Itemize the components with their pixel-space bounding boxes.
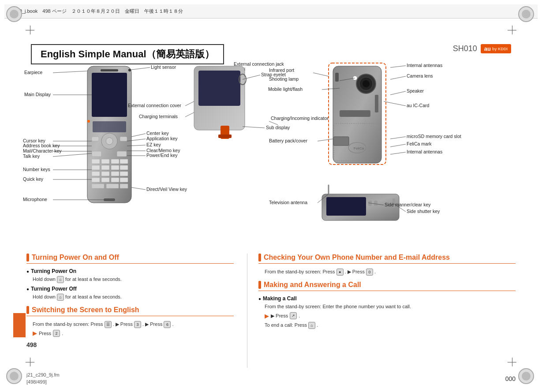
arrow-498: ▶: [33, 329, 37, 338]
svg-rect-23: [92, 178, 100, 182]
svg-text:Earpiece: Earpiece: [24, 70, 43, 75]
svg-text:Internal antennas: Internal antennas: [407, 149, 442, 154]
left-section: Turning Power On and Off Turning Power O…: [26, 254, 234, 368]
svg-rect-26: [120, 178, 128, 182]
corner-decoration-br: [518, 368, 536, 386]
svg-text:Address book key: Address book key: [23, 143, 60, 148]
svg-text:Power/End key: Power/End key: [146, 153, 178, 158]
svg-line-114: [318, 139, 333, 141]
crosshair-tl: [26, 26, 34, 34]
phone-back: FeliCa: [329, 63, 386, 164]
header-text: c290_j.book 498 ページ ２０１０年８月２０日 金曜日 午後１１時…: [11, 8, 183, 15]
svg-line-100: [390, 66, 406, 67]
right-section: Checking Your Own Phone Number and E-mai…: [247, 254, 516, 368]
main-title: English Simple Manual（簡易英語版）: [41, 49, 214, 60]
svg-rect-7: [92, 137, 99, 141]
phone-front: [87, 66, 131, 203]
making-call-label: Making and Answering a Call: [264, 281, 361, 289]
svg-rect-27: [92, 184, 104, 188]
svg-text:Main Display: Main Display: [24, 92, 51, 97]
by-kddi-text: by KDDI: [492, 47, 508, 51]
svg-text:Side shutter key: Side shutter key: [407, 209, 440, 214]
svg-line-98: [243, 127, 265, 128]
svg-text:Speaker: Speaker: [407, 88, 424, 93]
svg-line-116: [390, 137, 406, 139]
svg-line-106: [384, 101, 406, 106]
phone-diagram: FeliCa Earpiece Light sensor Main Displa…: [22, 60, 520, 254]
svg-rect-14: [120, 159, 128, 164]
svg-rect-28: [106, 184, 119, 188]
svg-rect-11: [92, 159, 100, 164]
content-area: Turning Power On and Off Turning Power O…: [26, 254, 516, 368]
svg-text:au IC-Card: au IC-Card: [407, 103, 430, 108]
svg-rect-43: [335, 73, 339, 82]
svg-rect-25: [111, 178, 119, 182]
svg-line-58: [128, 67, 150, 70]
footer-page-number: 000: [505, 375, 516, 382]
svg-rect-21: [111, 172, 119, 176]
making-call-title: Making and Answering a Call: [258, 281, 516, 291]
svg-text:Internal antennas: Internal antennas: [407, 63, 442, 68]
corner-circle-bl: [6, 368, 22, 384]
svg-rect-9: [92, 151, 101, 157]
call-key-icon: ↗: [290, 312, 297, 319]
svg-rect-22: [120, 172, 128, 176]
svg-text:Shooting lamp: Shooting lamp: [269, 76, 299, 82]
svg-rect-19: [92, 172, 100, 176]
svg-rect-18: [120, 165, 128, 170]
svg-text:Charging terminals: Charging terminals: [139, 114, 178, 119]
svg-line-120: [390, 152, 406, 154]
svg-rect-44: [340, 110, 370, 117]
model-name: SH010: [453, 44, 477, 53]
page-number-498: 498: [26, 341, 234, 348]
svg-rect-17: [111, 165, 119, 170]
power-off-text: Hold down ⌂ for at least a few seconds.: [33, 293, 234, 301]
vertical-tab-text: 簡易英語版: [14, 314, 20, 336]
checking-number-text: From the stand-by screen: Press ● . ▶ Pr…: [265, 268, 516, 276]
svg-line-96: [269, 121, 278, 125]
svg-text:Charging/Incoming indicator: Charging/Incoming indicator: [271, 116, 329, 121]
svg-line-104: [390, 91, 406, 95]
svg-text:microSD memory card slot: microSD memory card slot: [407, 134, 461, 139]
svg-line-56: [53, 71, 87, 73]
svg-line-64: [185, 101, 194, 106]
svg-text:Side manner/clear key: Side manner/clear key: [385, 202, 431, 207]
svg-text:Center key: Center key: [146, 131, 169, 136]
key-0-icon: 0: [366, 269, 373, 276]
svg-rect-54: [374, 201, 378, 206]
svg-point-41: [363, 80, 370, 87]
corner-decoration-tr: [518, 6, 536, 24]
power-key-icon-off: ⌂: [57, 294, 64, 301]
svg-text:Quick key: Quick key: [23, 176, 44, 182]
making-call-sub: Making a Call: [258, 295, 516, 302]
svg-text:External connection jack: External connection jack: [234, 61, 284, 67]
svg-rect-1: [92, 73, 127, 117]
svg-rect-16: [101, 165, 109, 170]
power-off-title: Turning Power Off: [26, 286, 234, 292]
switching-screen-title: Switching the Screen to English: [26, 306, 234, 316]
svg-rect-12: [101, 159, 109, 164]
svg-rect-33: [198, 71, 240, 106]
svg-rect-20: [101, 172, 109, 176]
svg-rect-35: [218, 134, 232, 138]
svg-text:Application key: Application key: [146, 136, 178, 141]
svg-rect-49: [333, 137, 349, 146]
au-text: au: [484, 45, 491, 52]
svg-text:FeliCa mark: FeliCa mark: [407, 141, 432, 146]
end-call-key-icon: ⌂: [308, 322, 315, 329]
corner-circle-tr: [518, 6, 534, 22]
svg-text:Mail/Character key: Mail/Character key: [23, 148, 62, 153]
corner-circle-br: [518, 368, 534, 384]
svg-text:Number keys: Number keys: [23, 167, 50, 172]
turning-power-title: Turning Power On and Off: [26, 254, 234, 264]
svg-line-68: [185, 112, 194, 117]
svg-point-6: [106, 138, 113, 145]
center-key-icon-check: ●: [336, 269, 344, 276]
footer-filename: j21_c290_9j.fm [498/499]: [26, 372, 60, 385]
power-on-title: Turning Power On: [26, 268, 234, 274]
svg-text:Sub display: Sub display: [266, 125, 290, 130]
svg-rect-13: [111, 159, 119, 164]
switching-screen-text: From the stand-by screen: Press ☰ . ▶ Pr…: [33, 321, 234, 328]
footer-left: j21_c290_9j.fm [498/499]: [26, 372, 60, 385]
key-2-icon: 2: [53, 330, 60, 337]
